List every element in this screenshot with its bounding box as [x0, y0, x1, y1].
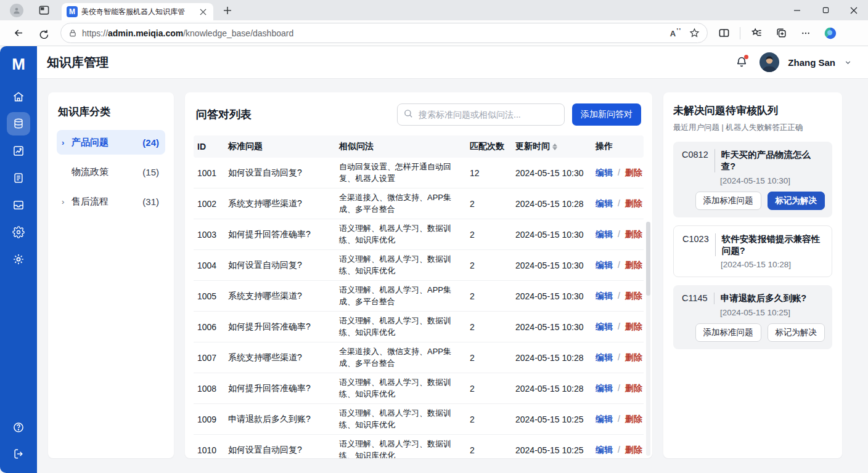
user-menu-chevron-icon[interactable]	[844, 59, 852, 67]
delete-link[interactable]: 删除	[625, 321, 642, 331]
split-screen-icon[interactable]	[714, 23, 734, 43]
ticket-time: [2024-05-15 10:28]	[721, 260, 824, 269]
user-avatar[interactable]	[760, 52, 779, 72]
browser-profile-icon[interactable]	[7, 2, 26, 19]
edit-link[interactable]: 编辑	[596, 383, 613, 393]
add-standard-question-button[interactable]: 添加标准问题	[695, 323, 761, 342]
sidebar-item-knowledge-base[interactable]	[7, 112, 30, 135]
qa-id: 1009	[194, 414, 224, 424]
search-input[interactable]	[397, 103, 565, 126]
review-card: C1145 申请退款后多久到账? [2024-05-15 10:25] 添加标准…	[673, 285, 832, 349]
back-icon[interactable]	[9, 23, 28, 43]
qa-similar-phrases: 语义理解、机器人学习、APP集成、多平台整合	[335, 281, 466, 310]
qa-id: 1006	[194, 322, 224, 332]
notifications-bell-icon[interactable]	[732, 53, 751, 71]
edit-link[interactable]: 编辑	[596, 445, 613, 455]
category-item[interactable]: › 产品问题 (24)	[57, 130, 165, 155]
qa-id: 1001	[194, 168, 224, 178]
maximize-icon[interactable]	[811, 0, 840, 20]
qa-updated-time: 2024-05-15 10:30	[512, 168, 592, 178]
column-header-updated-time[interactable]: 更新时间	[512, 141, 592, 152]
url-text: https://admin.meiqia.com/knowledge_base/…	[82, 28, 666, 38]
column-header-match-count: 匹配次数	[466, 141, 512, 152]
favorites-list-icon[interactable]	[747, 23, 766, 43]
workspaces-icon[interactable]	[35, 2, 53, 19]
delete-link[interactable]: 删除	[625, 198, 642, 208]
edit-link[interactable]: 编辑	[596, 168, 613, 177]
tab-close-icon[interactable]	[197, 6, 208, 17]
table-body: 1001 如何设置自动回复? 自动回复设置、怎样开通自动回复、机器人设置 12 …	[194, 158, 644, 458]
add-standard-question-button[interactable]: 添加标准问题	[695, 192, 761, 210]
scrollbar-track[interactable]	[646, 222, 650, 456]
sidebar-item-reports[interactable]	[7, 166, 30, 190]
qa-similar-phrases: 全渠道接入、微信支持、APP集成、多平台整合	[335, 188, 466, 218]
mark-resolved-button[interactable]: 标记为解决	[768, 323, 825, 342]
edit-link[interactable]: 编辑	[596, 260, 613, 270]
column-header-actions: 操作	[592, 141, 644, 152]
edit-link[interactable]: 编辑	[596, 414, 613, 424]
sidebar-item-analytics[interactable]	[7, 139, 30, 163]
sort-icon[interactable]	[552, 144, 557, 150]
category-list: › 产品问题 (24) › 物流政策 (15) › 售后流程 (31)	[57, 130, 165, 214]
updated-time-label: 更新时间	[515, 141, 550, 152]
add-qa-pair-button[interactable]: 添加新问答对	[572, 103, 641, 126]
edit-link[interactable]: 编辑	[596, 198, 613, 208]
qa-panel: 问答对列表 添加新问答对 ID 标准问题 相似问法 匹配次数 更	[185, 92, 652, 458]
delete-link[interactable]: 删除	[625, 445, 642, 455]
edit-link[interactable]: 编辑	[596, 229, 613, 239]
collections-icon[interactable]	[771, 23, 791, 43]
new-tab-button[interactable]	[219, 2, 235, 18]
qa-updated-time: 2024-05-15 10:28	[512, 199, 592, 209]
sidebar-nav	[7, 85, 30, 271]
delete-link[interactable]: 删除	[625, 168, 642, 177]
card-actions: 添加标准问题标记为解决	[682, 323, 825, 342]
more-options-icon[interactable]	[796, 23, 816, 43]
delete-link[interactable]: 删除	[625, 260, 642, 270]
qa-similar-phrases: 语义理解、机器人学习、数据训练、知识库优化	[335, 404, 466, 434]
close-window-icon[interactable]	[840, 0, 868, 20]
minimize-icon[interactable]	[783, 0, 811, 20]
help-icon[interactable]	[7, 416, 30, 439]
copilot-icon[interactable]	[821, 23, 840, 43]
sidebar-item-settings-outline[interactable]	[7, 220, 30, 244]
edit-link[interactable]: 编辑	[596, 352, 613, 362]
qa-id: 1003	[194, 230, 224, 240]
sidebar-item-inbox[interactable]	[7, 193, 30, 217]
logout-icon[interactable]	[7, 442, 30, 466]
delete-link[interactable]: 删除	[625, 352, 642, 362]
edit-link[interactable]: 编辑	[596, 321, 613, 331]
user-name[interactable]: Zhang San	[788, 57, 835, 68]
category-panel: 知识库分类 › 产品问题 (24) › 物流政策 (15) › 售后流程 (31…	[48, 92, 174, 458]
delete-link[interactable]: 删除	[625, 229, 642, 239]
read-aloud-icon[interactable]: Aʼʼ	[666, 25, 685, 42]
app-sidebar: M	[0, 46, 37, 473]
category-count: (24)	[142, 137, 159, 148]
mark-resolved-button[interactable]: 标记为解决	[768, 192, 825, 210]
column-header-similar-phrases: 相似问法	[335, 141, 466, 152]
delete-link[interactable]: 删除	[625, 383, 642, 393]
qa-updated-time: 2024-05-15 10:30	[512, 322, 592, 332]
category-panel-title: 知识库分类	[58, 105, 164, 119]
qa-standard-question: 系统支持哪些渠道?	[224, 198, 335, 209]
browser-tab[interactable]: M 美佼奇智能客服机器人知识库管	[62, 3, 213, 20]
qa-id: 1010	[194, 445, 224, 455]
table-row: 1003 如何提升回答准确率? 语义理解、机器人学习、数据训练、知识库优化 2 …	[194, 219, 644, 250]
url-scheme: https://	[82, 28, 108, 38]
refresh-icon[interactable]	[33, 23, 53, 43]
qa-updated-time: 2024-05-15 10:30	[512, 291, 592, 301]
sidebar-item-home[interactable]	[7, 85, 30, 108]
edit-link[interactable]: 编辑	[596, 291, 613, 301]
action-separator: /	[618, 291, 620, 301]
category-item[interactable]: › 物流政策 (15)	[57, 160, 165, 184]
address-bar[interactable]: https://admin.meiqia.com/knowledge_base/…	[60, 23, 708, 43]
qa-updated-time: 2024-05-15 10:25	[512, 445, 592, 455]
delete-link[interactable]: 删除	[625, 414, 642, 424]
qa-match-count: 2	[466, 199, 512, 209]
action-separator: /	[618, 414, 620, 424]
scrollbar-thumb[interactable]	[646, 222, 650, 296]
delete-link[interactable]: 删除	[625, 291, 642, 301]
qa-match-count: 2	[466, 384, 512, 394]
category-item[interactable]: › 售后流程 (31)	[57, 189, 165, 214]
sidebar-item-settings[interactable]	[7, 248, 30, 271]
favorite-star-icon[interactable]	[685, 25, 703, 42]
